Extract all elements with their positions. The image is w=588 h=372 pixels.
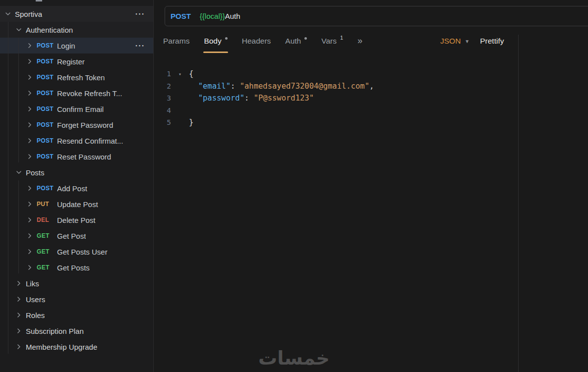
- row-label: Posts: [26, 168, 45, 177]
- request-revoke-refresh-t[interactable]: POSTRevoke Refresh T...: [0, 85, 153, 101]
- tree-indent-guide: [18, 180, 19, 273]
- folder-authentication[interactable]: Authentication: [0, 22, 153, 38]
- request-url-bar[interactable]: POST {{local}}Auth: [165, 6, 588, 26]
- editor-line: 2 "email": "ahmedsayed732004@gmail.com",: [163, 80, 360, 93]
- chevron-right-icon[interactable]: [26, 216, 34, 224]
- line-number: 3: [163, 94, 171, 102]
- row-label: Get Posts User: [57, 248, 108, 256]
- prettify-button[interactable]: Prettify: [480, 37, 504, 46]
- app-root: Sportiva●●●AuthenticationPOSTLogin●●●POS…: [0, 0, 588, 372]
- chevron-right-icon[interactable]: [26, 121, 34, 129]
- chevron-right-icon[interactable]: [26, 42, 34, 50]
- code-text: "password": "P@ssword123": [189, 94, 314, 103]
- chevron-right-icon[interactable]: [26, 153, 34, 160]
- panel-divider[interactable]: [518, 35, 519, 372]
- row-label: Delete Post: [57, 216, 96, 224]
- request-method-select[interactable]: POST: [171, 12, 191, 20]
- line-number: 2: [163, 82, 171, 90]
- row-label: Liks: [26, 279, 39, 288]
- chevron-right-icon[interactable]: [26, 73, 34, 81]
- chevron-right-icon[interactable]: [26, 137, 34, 145]
- chevron-right-icon[interactable]: [26, 248, 34, 256]
- request-get-posts-user[interactable]: GETGet Posts User: [0, 244, 153, 260]
- request-refresh-token[interactable]: POSTRefresh Token: [0, 69, 153, 85]
- more-actions-icon[interactable]: ●●●: [135, 44, 153, 47]
- clipped-element-artifact: [36, 0, 42, 1]
- folder-users[interactable]: Users: [0, 291, 153, 307]
- method-badge: POST: [37, 137, 57, 144]
- chevron-down-icon[interactable]: [15, 26, 23, 34]
- folder-roles[interactable]: Roles: [0, 307, 153, 323]
- tab-headers[interactable]: Headers: [242, 37, 271, 47]
- request-update-post[interactable]: PUTUpdate Post: [0, 196, 153, 212]
- chevron-right-icon[interactable]: [26, 184, 34, 192]
- chevron-right-icon[interactable]: [15, 327, 23, 335]
- chevron-down-icon: ▼: [465, 39, 470, 44]
- row-label: Login: [57, 42, 75, 50]
- body-editor[interactable]: 1▾{2 "email": "ahmedsayed732004@gmail.co…: [163, 68, 360, 129]
- tab-vars[interactable]: Vars1: [321, 37, 343, 47]
- chevron-right-icon[interactable]: [26, 200, 34, 208]
- chevron-down-icon[interactable]: [4, 10, 12, 18]
- request-login[interactable]: POSTLogin●●●: [0, 38, 153, 53]
- chevron-right-icon[interactable]: [15, 295, 23, 303]
- tab-auth[interactable]: Auth: [285, 37, 307, 47]
- code-text: {: [189, 69, 193, 78]
- request-confirm-email[interactable]: POSTConfirm Email: [0, 101, 153, 117]
- watermark: خمسات: [258, 347, 330, 369]
- folder-subscription-plan[interactable]: Subscription Plan: [0, 323, 153, 339]
- method-badge: POST: [37, 42, 57, 49]
- body-format-controls: JSON ▼ Prettify: [440, 37, 504, 46]
- chevron-down-icon[interactable]: [15, 168, 23, 176]
- fold-arrow-icon[interactable]: ▾: [171, 71, 189, 77]
- method-badge: GET: [37, 248, 57, 255]
- tab-body[interactable]: Body: [204, 37, 227, 47]
- chevron-right-icon[interactable]: [26, 57, 34, 65]
- request-get-post[interactable]: GETGet Post: [0, 228, 153, 244]
- folder-membership-upgrade[interactable]: Membership Upgrade: [0, 339, 153, 355]
- chevron-right-icon[interactable]: [15, 311, 23, 319]
- tree-indent-guide: [8, 22, 8, 354]
- tree-indent-guide: [18, 38, 19, 162]
- folder-posts[interactable]: Posts: [0, 164, 153, 180]
- tab-params[interactable]: Params: [163, 37, 189, 47]
- request-forget-password[interactable]: POSTForget Password: [0, 117, 153, 133]
- collections-tree: Sportiva●●●AuthenticationPOSTLogin●●●POS…: [0, 6, 153, 355]
- tab-count-badge: 1: [340, 35, 343, 41]
- unsaved-dot: [304, 37, 307, 40]
- request-tabs: ParamsBodyHeadersAuthVars1»: [163, 37, 362, 47]
- row-label: Get Posts: [57, 264, 90, 272]
- method-badge: GET: [37, 264, 57, 271]
- chevron-right-icon[interactable]: [15, 343, 23, 351]
- row-label: Roles: [26, 311, 45, 319]
- tabs-overflow-icon[interactable]: »: [357, 36, 362, 45]
- body-format-select[interactable]: JSON ▼: [440, 37, 470, 46]
- method-badge: POST: [37, 90, 57, 97]
- editor-line: 3 "password": "P@ssword123": [163, 92, 360, 105]
- chevron-right-icon[interactable]: [26, 264, 34, 271]
- folder-liks[interactable]: Liks: [0, 275, 153, 291]
- url-variable: {{local}}: [200, 12, 225, 20]
- method-badge: POST: [37, 153, 57, 160]
- chevron-right-icon[interactable]: [15, 279, 23, 287]
- code-text: "email": "ahmedsayed732004@gmail.com",: [189, 82, 374, 91]
- row-label: Sportiva: [15, 10, 42, 18]
- chevron-right-icon[interactable]: [26, 89, 34, 97]
- chevron-right-icon[interactable]: [26, 105, 34, 113]
- body-format-label: JSON: [440, 37, 461, 46]
- request-resend-confirmat[interactable]: POSTResend Confirmat...: [0, 133, 153, 149]
- request-reset-password[interactable]: POSTReset Password: [0, 149, 153, 164]
- url-path: Auth: [225, 12, 240, 20]
- chevron-right-icon[interactable]: [26, 232, 34, 240]
- request-url[interactable]: {{local}}Auth: [200, 12, 240, 20]
- more-actions-icon[interactable]: ●●●: [135, 12, 153, 15]
- request-get-posts[interactable]: GETGet Posts: [0, 260, 153, 275]
- request-delete-post[interactable]: DELDelete Post: [0, 212, 153, 228]
- line-number: 4: [163, 106, 171, 114]
- row-label: Membership Upgrade: [26, 343, 97, 351]
- request-register[interactable]: POSTRegister: [0, 53, 153, 69]
- request-add-post[interactable]: POSTAdd Post: [0, 180, 153, 196]
- row-label: Forget Password: [57, 121, 113, 129]
- row-label: Revoke Refresh T...: [57, 89, 122, 98]
- collection-sportiva[interactable]: Sportiva●●●: [0, 6, 153, 22]
